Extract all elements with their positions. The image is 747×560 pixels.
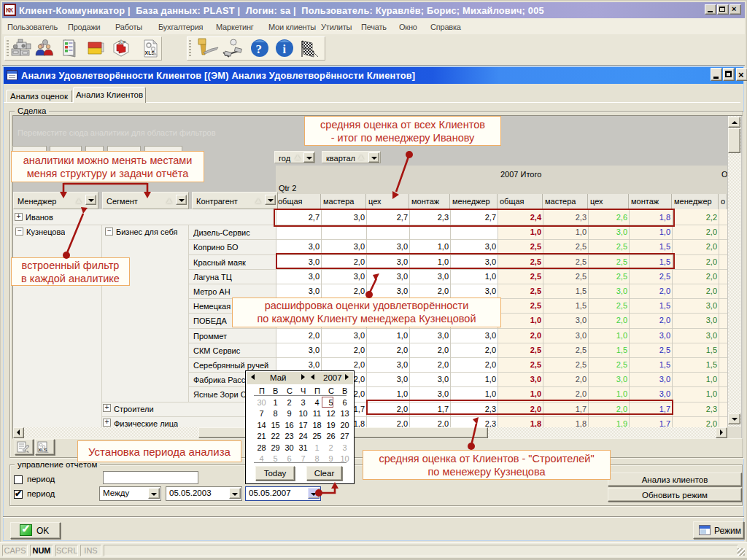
svg-text:?: ? [256, 42, 263, 56]
svg-text:SUP: SUP [118, 40, 126, 44]
svg-text:i: i [283, 43, 287, 55]
